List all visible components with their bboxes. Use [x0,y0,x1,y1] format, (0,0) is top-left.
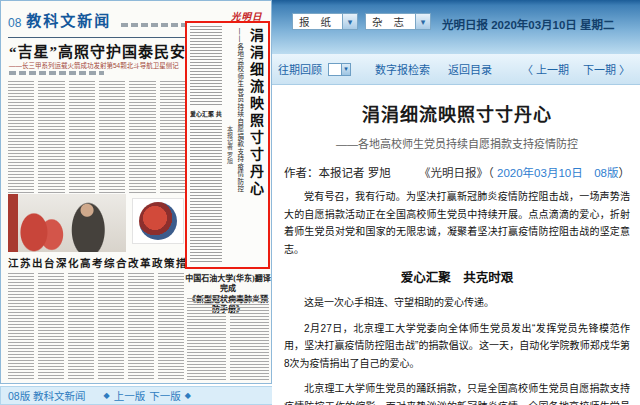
source-page[interactable]: 08版 [594,167,618,179]
newsprint-column [69,81,95,193]
article-view: 涓涓细流映照寸寸丹心 ——各地高校师生党员持续自愿捐款支持疫情防控 作者：本报记… [272,85,640,405]
newsprint-column [38,81,64,193]
reader-nav-bar: 往期回顾 ▾ 数字报检索 返回目录 〈 上一期 下一期 〉 [272,54,640,85]
article-title: 涓涓细流映照寸寸丹心 [284,100,630,126]
prev-issue-link[interactable]: 〈 上一期 [522,61,569,77]
newsprint-filler [190,120,222,264]
vertical-byline: 本报记者 罗旭 [226,126,235,164]
newsprint-filler [190,26,222,107]
next-issue-link[interactable]: 下一期 〉 [583,61,630,77]
lead-headline: “吉星”高照守护国泰民安 [9,40,189,61]
date-picker-icon[interactable]: ▾ [328,63,351,76]
newspaper-page-image: 08 教科文新闻 光明日报 “吉星”高照守护国泰民安 ——长三甲系列运载火箭成功… [0,0,272,384]
back-issues-link[interactable]: 往期回顾 [278,61,322,77]
newsprint-column [8,273,34,381]
newsprint-column [128,273,154,381]
newsprint-column [68,273,94,381]
article-source: 《光明日报》（ 2020年03月10日 08版） [419,164,630,180]
news-photo-classroom [8,194,126,252]
newsprint-column [230,298,269,382]
highlighted-article-body: 爱心汇聚 共克时艰 [190,26,222,264]
digital-search-link[interactable]: 数字报检索 [375,61,430,77]
body-text-columns-top [8,81,186,193]
third-headline-line1: 中国石油大学(华东)翻译完成 [185,274,271,295]
chevron-down-icon[interactable]: ▾ [415,14,430,29]
newsprint-column [8,81,34,193]
highlighted-article-region[interactable]: 爱心汇聚 共克时艰 本报记者 罗旭 ——各地高校师生党员持续自愿捐款支持疫情防控… [185,21,270,269]
source-prefix: 《光明日报》（ [419,167,497,179]
article-body: 党有号召，我有行动。为坚决打赢新冠肺炎疫情防控阻击战，一场声势浩大的自愿捐款活动… [284,188,630,405]
prev-page-link[interactable]: 上一版 [114,388,146,403]
newsprint-column [38,273,64,381]
news-photo-card [132,198,184,244]
inner-section-heading: 爱心汇聚 共克时艰 [190,109,222,118]
vertical-title: 涓涓细流映照寸寸丹心 [245,28,265,262]
page-footer-bar: 08版 教科文新闻 ◆ 上一版 下一版 ◆ [0,386,310,405]
article-subtitle: ——各地高校师生党员持续自愿捐款支持疫情防控 [284,135,630,151]
magazine-select-value: 杂 志 [366,14,415,29]
vertical-title-block: 本报记者 罗旭 ——各地高校师生党员持续自愿捐款支持疫情防控 涓涓细流映照寸寸丹… [224,26,266,264]
chevron-down-icon[interactable]: ▾ [342,63,351,76]
newsprint-column [99,81,125,193]
body-text-columns-right [187,298,269,382]
article-paragraph: 这是一次心手相连、守望相助的爱心传递。 [284,294,630,312]
chevron-down-icon[interactable]: ▾ [342,14,357,29]
section-title: 教科文新闻 [26,9,111,30]
article-paragraph: 北京理工大学师生党员的踊跃捐款，只是全国高校师生党员自愿捐款支持疫情防控工作的缩… [284,380,630,405]
newsprint-column [158,273,184,381]
second-headline: 江苏出台深化高考综合改革政策措施 [8,255,186,270]
reader-panel: 报 纸 ▾ 杂 志 ▾ 光明日报 2020年03月10日 星期二 往期回顾 ▾ … [272,0,640,405]
article-paragraph: 2月27日，北京理工大学党委向全体师生党员发出“发挥党员先锋模范作用，坚决打赢疫… [284,320,630,373]
diamond-icon: ◆ [104,391,110,400]
source-date: 2020年03月10日 [497,167,583,179]
diamond-icon: ◆ [185,391,191,400]
newsprint-column [129,81,155,193]
newsprint-column [160,81,186,193]
back-to-contents-link[interactable]: 返回目录 [448,61,492,77]
reader-header: 报 纸 ▾ 杂 志 ▾ 光明日报 2020年03月10日 星期二 [272,0,640,54]
source-suffix: ） [619,167,631,179]
magazine-select[interactable]: 杂 志 ▾ [365,13,431,30]
vertical-subtitle: ——各地高校师生党员持续自愿捐款支持疫情防控 [235,28,245,257]
news-photo-circle [139,202,177,240]
next-page-link[interactable]: 下一版 [149,388,181,403]
date-picker-box[interactable] [328,63,342,76]
footer-page-label: 08版 教科文新闻 [8,388,86,403]
lead-byline-placeholder [9,71,104,75]
page-number: 08 [8,16,21,30]
article-meta-row: 作者：本报记者 罗旭 《光明日报》（ 2020年03月10日 08版） [284,164,630,180]
newsprint-column [98,273,124,381]
lead-subhead: ——长三甲系列运载火箭成功发射第54颗北斗导航卫星侧记 [9,60,187,70]
body-text-columns-bottom [8,273,184,381]
source-space [583,167,595,179]
article-author: 作者：本报记者 罗旭 [284,164,391,180]
header-rule [8,37,186,38]
article-section-heading: 爱心汇聚 共克时艰 [284,267,630,286]
newsprint-column [187,298,226,382]
digital-reader-window: 08 教科文新闻 光明日报 “吉星”高照守护国泰民安 ——长三甲系列运载火箭成功… [0,0,640,405]
issue-date-title: 光明日报 2020年03月10日 星期二 [442,16,615,32]
article-paragraph: 党有号召，我有行动。为坚决打赢新冠肺炎疫情防控阻击战，一场声势浩大的自愿捐款活动… [284,188,630,258]
paper-type-select-value: 报 纸 [293,14,342,29]
paper-type-select[interactable]: 报 纸 ▾ [292,13,358,30]
